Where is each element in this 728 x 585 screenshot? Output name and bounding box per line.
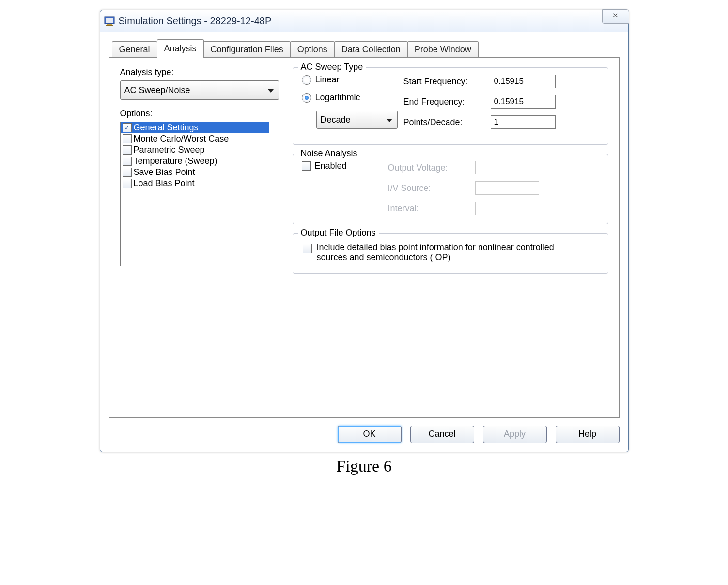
ok-button[interactable]: OK <box>338 426 402 443</box>
points-decade-input[interactable] <box>491 115 556 129</box>
window-title: Simulation Settings - 28229-12-48P <box>119 16 272 27</box>
noise-enabled-label: Enabled <box>315 161 347 171</box>
output-voltage-input <box>475 161 539 174</box>
option-label: General Settings <box>134 123 199 133</box>
tab-analysis[interactable]: Analysis <box>157 39 204 58</box>
left-column: Analysis type: AC Sweep/Noise Options: G… <box>120 67 280 283</box>
start-freq-label: Start Frequency: <box>403 77 486 87</box>
checkbox-icon[interactable] <box>123 134 132 143</box>
tab-options[interactable]: Options <box>290 41 335 58</box>
tabstrip: General Analysis Configuration Files Opt… <box>109 39 620 58</box>
radio-linear[interactable]: Linear <box>302 75 403 85</box>
cancel-button[interactable]: Cancel <box>410 426 474 443</box>
tab-configuration-files[interactable]: Configuration Files <box>203 41 291 58</box>
dialog-buttons: OK Cancel Apply Help <box>109 426 620 443</box>
noise-enabled-checkbox[interactable] <box>302 161 311 171</box>
radio-linear-label: Linear <box>315 75 340 85</box>
output-file-fieldset: Output File Options Include detailed bia… <box>293 233 608 274</box>
iv-source-input <box>475 181 539 195</box>
radio-icon <box>302 93 311 103</box>
log-scale-value: Decade <box>321 115 351 125</box>
svg-rect-3 <box>106 25 113 26</box>
option-general-settings[interactable]: General Settings <box>121 122 269 133</box>
settings-dialog: Simulation Settings - 28229-12-48P ✕ Gen… <box>100 10 629 452</box>
help-button[interactable]: Help <box>556 426 620 443</box>
noise-fieldset: Noise Analysis Enabled Output Voltag <box>293 154 608 224</box>
ac-sweep-fieldset: AC Sweep Type Linear Logarithmic <box>293 67 608 145</box>
interval-label: Interval: <box>388 204 470 214</box>
radio-logarithmic[interactable]: Logarithmic <box>302 93 403 103</box>
svg-rect-1 <box>106 18 113 23</box>
close-button[interactable]: ✕ <box>602 9 629 24</box>
interval-input <box>475 202 539 215</box>
option-save-bias-point[interactable]: Save Bias Point <box>121 167 269 178</box>
figure-caption: Figure 6 <box>0 457 728 475</box>
output-voltage-label: Output Voltage: <box>388 163 470 173</box>
noise-legend: Noise Analysis <box>298 148 360 158</box>
analysis-type-value: AC Sweep/Noise <box>124 85 190 95</box>
end-freq-label: End Frequency: <box>403 97 486 107</box>
right-column: AC Sweep Type Linear Logarithmic <box>293 67 608 283</box>
options-label: Options: <box>120 109 280 119</box>
option-load-bias-point[interactable]: Load Bias Point <box>121 178 269 189</box>
options-listbox[interactable]: General Settings Monte Carlo/Worst Case … <box>120 122 269 266</box>
include-op-checkbox[interactable] <box>303 244 312 253</box>
end-freq-input[interactable] <box>491 95 556 109</box>
ac-sweep-legend: AC Sweep Type <box>298 62 366 72</box>
points-decade-label: Points/Decade: <box>403 117 486 127</box>
iv-source-label: I/V Source: <box>388 183 470 193</box>
option-label: Temperature (Sweep) <box>134 156 217 166</box>
radio-log-label: Logarithmic <box>315 93 360 103</box>
output-file-legend: Output File Options <box>298 228 379 238</box>
option-monte-carlo[interactable]: Monte Carlo/Worst Case <box>121 133 269 144</box>
checkbox-icon[interactable] <box>123 157 132 166</box>
radio-icon <box>302 75 311 85</box>
log-scale-dropdown[interactable]: Decade <box>316 111 398 129</box>
option-parametric-sweep[interactable]: Parametric Sweep <box>121 144 269 156</box>
apply-button[interactable]: Apply <box>483 426 547 443</box>
close-icon: ✕ <box>612 11 619 19</box>
checkbox-icon[interactable] <box>123 179 132 188</box>
checkbox-icon[interactable] <box>123 123 132 132</box>
option-label: Load Bias Point <box>134 178 195 189</box>
analysis-type-dropdown[interactable]: AC Sweep/Noise <box>120 80 279 100</box>
option-temperature-sweep[interactable]: Temperature (Sweep) <box>121 156 269 167</box>
option-label: Parametric Sweep <box>134 145 205 155</box>
checkbox-icon[interactable] <box>123 145 132 155</box>
option-label: Monte Carlo/Worst Case <box>134 134 229 144</box>
analysis-type-label: Analysis type: <box>120 67 280 78</box>
dialog-body: General Analysis Configuration Files Opt… <box>100 32 628 452</box>
app-icon <box>104 16 115 26</box>
titlebar: Simulation Settings - 28229-12-48P ✕ <box>100 10 628 32</box>
tab-probe-window[interactable]: Probe Window <box>407 41 479 58</box>
include-op-label: Include detailed bias point information … <box>317 242 578 263</box>
checkbox-icon[interactable] <box>123 168 132 177</box>
start-freq-input[interactable] <box>491 75 556 88</box>
analysis-panel: Analysis type: AC Sweep/Noise Options: G… <box>109 57 620 418</box>
option-label: Save Bias Point <box>134 167 195 177</box>
tab-general[interactable]: General <box>112 41 157 58</box>
tab-data-collection[interactable]: Data Collection <box>334 41 408 58</box>
